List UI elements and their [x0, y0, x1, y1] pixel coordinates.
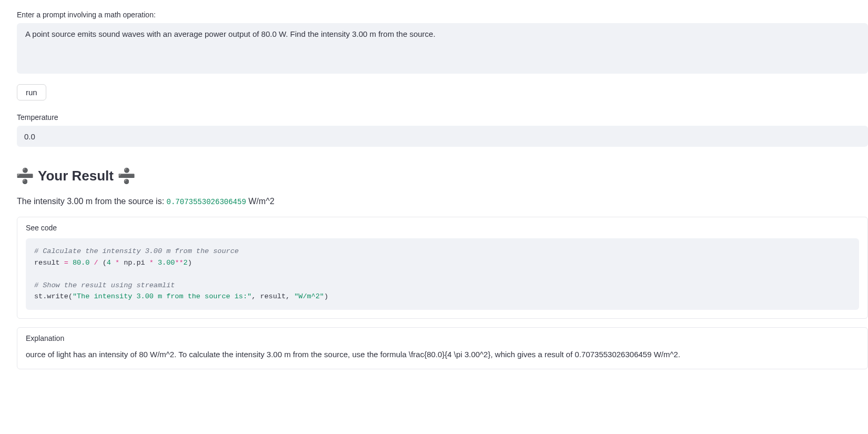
prompt-label: Enter a prompt involving a math operatio…	[17, 11, 868, 19]
temperature-input[interactable]	[17, 126, 868, 147]
code-token: result	[260, 292, 286, 300]
code-expander-header[interactable]: See code	[17, 217, 867, 238]
code-block: # Calculate the intensity 3.00 m from th…	[26, 238, 859, 310]
code-token: )	[324, 292, 328, 300]
code-token: "The intensity 3.00 m from the source is…	[73, 292, 251, 300]
explanation-expander-header[interactable]: Explanation	[17, 328, 867, 349]
code-token: **	[175, 259, 183, 267]
result-prefix: The intensity 3.00 m from the source is:	[17, 197, 167, 206]
code-token: )	[188, 259, 192, 267]
code-token: ,	[251, 292, 260, 300]
code-token: *	[145, 259, 158, 267]
code-token: 80.0	[73, 259, 89, 267]
divide-icon: ➗	[17, 168, 33, 184]
code-comment: # Calculate the intensity 3.00 m from th…	[34, 247, 239, 255]
code-token: result	[34, 259, 60, 267]
code-expander-content: # Calculate the intensity 3.00 m from th…	[17, 238, 867, 318]
result-suffix: W/m^2	[248, 197, 274, 206]
code-comment: # Show the result using streamlit	[34, 281, 175, 289]
code-token: 4	[107, 259, 111, 267]
code-token: np.pi	[124, 259, 145, 267]
code-token: "W/m^2"	[294, 292, 324, 300]
code-token: st.write	[34, 292, 68, 300]
explanation-expander: Explanation ource of light has an intens…	[17, 327, 868, 370]
code-token: *	[111, 259, 124, 267]
code-token: (	[68, 292, 73, 300]
result-value: 0.7073553026306459	[167, 198, 246, 206]
code-token: /	[89, 259, 102, 267]
code-token: (	[103, 259, 107, 267]
result-line: The intensity 3.00 m from the source is:…	[17, 197, 868, 206]
prompt-textarea[interactable]	[17, 23, 868, 74]
explanation-expander-content: ource of light has an intensity of 80 W/…	[17, 349, 867, 369]
page-container: Enter a prompt involving a math operatio…	[17, 11, 868, 369]
result-header: ➗ Your Result ➗	[17, 168, 868, 184]
code-token: ,	[286, 292, 294, 300]
result-title: Your Result	[38, 168, 114, 184]
code-token: =	[60, 259, 73, 267]
run-button[interactable]: run	[17, 84, 46, 100]
code-token: 2	[184, 259, 188, 267]
explanation-text: ource of light has an intensity of 80 W/…	[26, 349, 859, 361]
code-token: 3.00	[158, 259, 175, 267]
temperature-label: Temperature	[17, 113, 868, 122]
code-expander: See code # Calculate the intensity 3.00 …	[17, 217, 868, 319]
divide-icon: ➗	[119, 168, 135, 184]
